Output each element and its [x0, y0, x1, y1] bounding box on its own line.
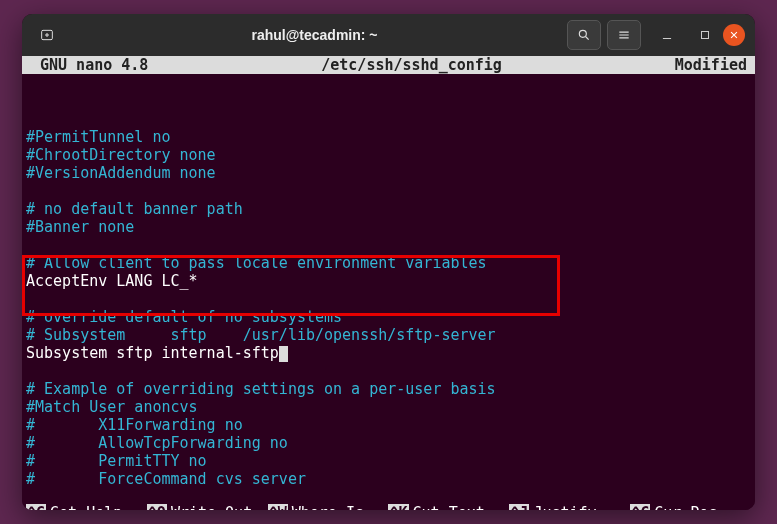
shortcut-item: ^GGet Help [26, 504, 147, 510]
shortcut-key: ^C [630, 504, 650, 510]
shortcut-label: Justify [529, 504, 596, 510]
nano-header: GNU nano 4.8 /etc/ssh/sshd_config Modifi… [22, 56, 755, 74]
editor-line: Subsystem sftp internal-sftp [26, 344, 751, 362]
editor-line: #PermitTunnel no [26, 128, 751, 146]
titlebar: rahul@tecadmin: ~ [22, 14, 755, 56]
editor-line [26, 182, 751, 200]
shortcut-key: ^G [26, 504, 46, 510]
window-title: rahul@tecadmin: ~ [62, 27, 567, 43]
editor-line [26, 236, 751, 254]
editor-line: # X11Forwarding no [26, 416, 751, 434]
editor-line: # AllowTcpForwarding no [26, 434, 751, 452]
editor-line [26, 362, 751, 380]
editor-line: # Example of overriding settings on a pe… [26, 380, 751, 398]
titlebar-right [567, 20, 745, 50]
terminal-body[interactable]: GNU nano 4.8 /etc/ssh/sshd_config Modifi… [22, 56, 755, 510]
editor-line: AcceptEnv LANG LC_* [26, 272, 751, 290]
shortcut-item: ^CCur Pos [630, 504, 751, 510]
shortcut-label: Write Out [167, 504, 252, 510]
shortcut-label: Get Help [46, 504, 122, 510]
editor-content[interactable]: #PermitTunnel no#ChrootDirectory none#Ve… [22, 74, 755, 510]
shortcut-item: ^KCut Text [388, 504, 509, 510]
editor-line: # no default banner path [26, 200, 751, 218]
editor-line: # override default of no subsystems [26, 308, 751, 326]
maximize-button[interactable] [693, 23, 717, 47]
nano-file-path: /etc/ssh/sshd_config [148, 56, 674, 74]
terminal-window: rahul@tecadmin: ~ GNU nano 4.8 /etc/ssh/… [22, 14, 755, 510]
svg-rect-2 [702, 32, 709, 39]
shortcut-item: ^JJustify [509, 504, 630, 510]
shortcut-item: ^WWhere Is [268, 504, 389, 510]
shortcut-label: Cut Text [409, 504, 485, 510]
nano-status: Modified [675, 56, 747, 74]
new-tab-button[interactable] [32, 20, 62, 50]
search-button[interactable] [567, 20, 601, 50]
minimize-button[interactable] [655, 23, 679, 47]
cursor [279, 346, 288, 362]
shortcut-item: ^OWrite Out [147, 504, 268, 510]
titlebar-left [32, 20, 62, 50]
shortcut-key: ^O [147, 504, 167, 510]
menu-button[interactable] [607, 20, 641, 50]
shortcut-key: ^K [388, 504, 408, 510]
shortcut-key: ^J [509, 504, 529, 510]
shortcut-label: Cur Pos [650, 504, 717, 510]
shortcut-key: ^W [268, 504, 288, 510]
editor-line [26, 290, 751, 308]
editor-line: # Allow client to pass locale environmen… [26, 254, 751, 272]
editor-line: # Subsystem sftp /usr/lib/openssh/sftp-s… [26, 326, 751, 344]
nano-shortcuts: ^GGet Help^OWrite Out^WWhere Is^KCut Tex… [22, 504, 755, 510]
editor-line: # ForceCommand cvs server [26, 470, 751, 488]
shortcut-label: Where Is [288, 504, 364, 510]
editor-line: #ChrootDirectory none [26, 146, 751, 164]
svg-point-1 [579, 30, 586, 37]
editor-line: #VersionAddendum none [26, 164, 751, 182]
editor-line: # PermitTTY no [26, 452, 751, 470]
shortcut-row-1: ^GGet Help^OWrite Out^WWhere Is^KCut Tex… [26, 504, 751, 510]
nano-app-name: GNU nano 4.8 [30, 56, 148, 74]
close-button[interactable] [723, 24, 745, 46]
editor-line: #Match User anoncvs [26, 398, 751, 416]
editor-line: #Banner none [26, 218, 751, 236]
